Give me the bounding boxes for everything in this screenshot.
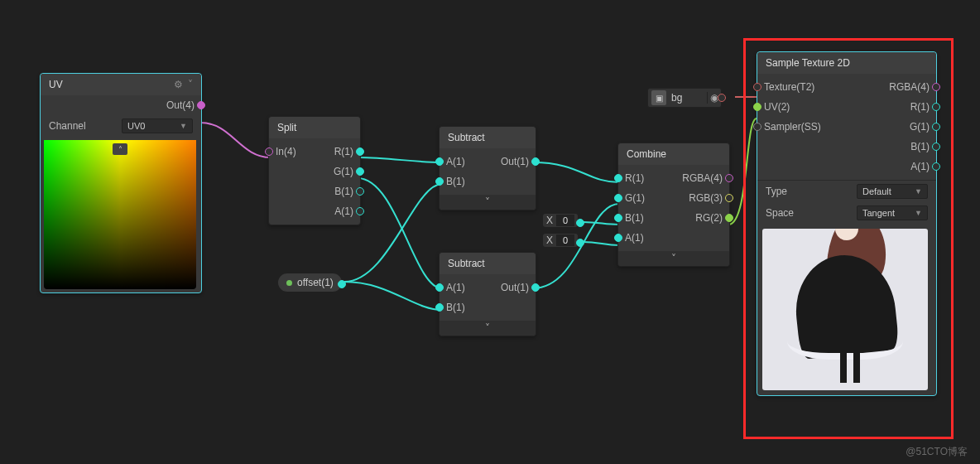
property-dot-icon (286, 280, 292, 286)
port-in[interactable] (265, 147, 273, 156)
node-title: Subtract (440, 253, 536, 274)
port-b-in[interactable] (614, 214, 622, 222)
bg-label: bg (670, 92, 707, 104)
b-label: B(1) (446, 302, 465, 313)
port-row-out: Out(4) (41, 95, 201, 115)
x-label: X (546, 234, 553, 246)
x-label: X (546, 215, 553, 226)
node-split[interactable]: Split In(4) R(1) G(1) B(1) A(1) (268, 116, 361, 225)
b-label: B(1) (334, 186, 353, 197)
offset-property[interactable]: offset(1) (278, 273, 342, 292)
out-label: Out(1) (501, 156, 529, 167)
port-g[interactable] (356, 167, 364, 176)
port-b[interactable] (435, 177, 444, 186)
a-label: A(1) (446, 156, 465, 167)
b-label: B(1) (625, 212, 644, 224)
node-uv[interactable]: UV ⚙ ˅ Out(4) Channel UV0 ▼ ˄ (40, 73, 202, 293)
rg-label: RG(2) (695, 212, 723, 224)
in-label: In(4) (276, 146, 296, 157)
port-float-b[interactable] (576, 219, 584, 227)
node-title: UV ⚙ ˅ (41, 74, 201, 95)
shader-graph-canvas[interactable]: UV ⚙ ˅ Out(4) Channel UV0 ▼ ˄ Split In(4… (0, 0, 980, 464)
rgba-label: RGBA(4) (682, 172, 723, 184)
out-label: Out(1) (501, 282, 529, 293)
texture-property-bg[interactable]: ▣ bg ◉ (647, 88, 722, 108)
port-bg[interactable] (718, 94, 726, 102)
out-label: Out(4) (166, 99, 195, 111)
float-value-b[interactable] (556, 215, 574, 226)
port-float-a[interactable] (576, 239, 584, 247)
r-label: R(1) (625, 172, 644, 184)
port-r[interactable] (356, 147, 364, 156)
rgb-label: RGB(3) (689, 192, 723, 204)
float-value-a[interactable] (556, 234, 574, 246)
port-rgba[interactable] (725, 174, 733, 182)
a-label: A(1) (625, 232, 644, 244)
chevron-up-icon[interactable]: ˄ (113, 143, 127, 155)
port-b[interactable] (356, 187, 364, 196)
selection-highlight (743, 38, 954, 439)
watermark: @51CTO博客 (906, 445, 968, 459)
node-subtract-1[interactable]: Subtract A(1) Out(1) B(1) ˅ (439, 126, 536, 210)
node-subtract-2[interactable]: Subtract A(1) Out(1) B(1) ˅ (439, 252, 536, 336)
b-label: B(1) (446, 176, 465, 187)
a-label: A(1) (334, 205, 353, 217)
port-b[interactable] (435, 303, 444, 312)
node-title: Combine (618, 143, 729, 165)
title-text: Subtract (448, 132, 485, 143)
port-r[interactable] (614, 174, 622, 182)
r-label: R(1) (334, 146, 353, 157)
port-out[interactable] (531, 283, 540, 292)
port-rgb[interactable] (725, 194, 733, 202)
chevron-down-icon[interactable]: ˅ (188, 79, 193, 90)
chevron-down-icon: ▼ (180, 122, 187, 130)
title-text: Subtract (448, 258, 485, 269)
port-a-in[interactable] (614, 234, 622, 242)
texture-thumb-icon: ▣ (651, 90, 666, 105)
port-out[interactable] (531, 157, 540, 166)
title-text: UV (49, 79, 63, 90)
port-rg[interactable] (725, 214, 733, 222)
title-text: Split (277, 122, 296, 133)
chevron-down-icon[interactable]: ˅ (440, 321, 536, 336)
float-input-a: X (543, 234, 579, 247)
port-a[interactable] (356, 207, 364, 215)
offset-label: offset(1) (297, 277, 334, 288)
port-offset[interactable] (338, 280, 346, 288)
dropdown-value: UV0 (127, 121, 145, 131)
channel-label: Channel (49, 120, 86, 132)
node-title: Split (269, 117, 360, 138)
port-a[interactable] (435, 157, 444, 166)
port-g[interactable] (614, 194, 622, 202)
a-label: A(1) (446, 282, 465, 293)
port-out[interactable] (197, 101, 205, 109)
port-a[interactable] (435, 283, 444, 292)
channel-dropdown[interactable]: UV0 ▼ (122, 118, 193, 133)
uv-preview: ˄ (44, 140, 196, 289)
node-title: Subtract (440, 127, 536, 148)
g-label: G(1) (625, 192, 645, 204)
channel-row: Channel UV0 ▼ (41, 115, 201, 137)
gear-icon[interactable]: ⚙ (174, 79, 183, 90)
chevron-down-icon[interactable]: ˅ (440, 195, 536, 210)
node-combine[interactable]: Combine R(1)RGBA(4) G(1)RGB(3) B(1)RG(2)… (617, 143, 730, 267)
g-label: G(1) (334, 166, 353, 177)
float-input-b: X (543, 214, 579, 227)
title-text: Combine (627, 148, 666, 160)
chevron-down-icon[interactable]: ˅ (618, 251, 729, 266)
